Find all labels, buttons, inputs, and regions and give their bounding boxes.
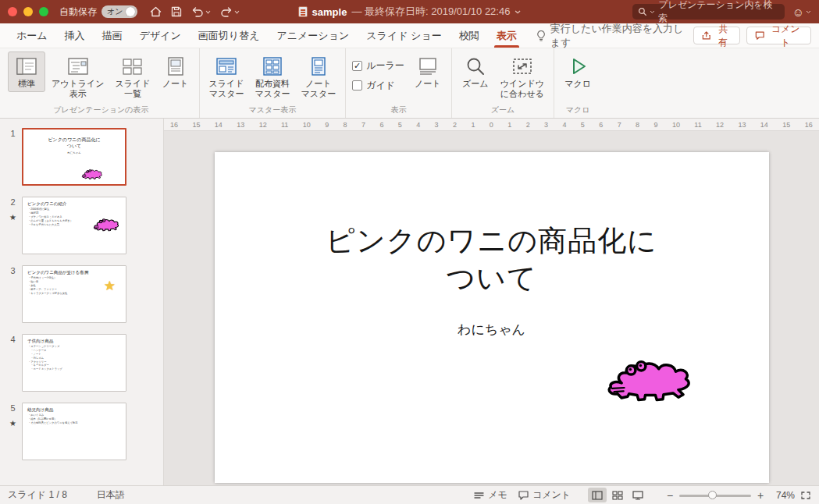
zoom-icon [464, 56, 487, 76]
ruler-checkbox[interactable]: ✓ ルーラー [352, 59, 404, 73]
document-proxy-icon[interactable] [298, 6, 308, 17]
slide-thumbnail-4[interactable]: 子供向け商品 ・ステーショナリーグッズ ・ペンケース ・ノート ・消しゴム ・ア… [22, 334, 126, 392]
powerpoint-window: 自動保存 オン sample — 最終保 [0, 0, 819, 504]
search-input[interactable]: プレゼンテーション内を検索 [632, 4, 785, 20]
comments-label: コメント [768, 23, 803, 49]
normal-view-toggle[interactable] [588, 488, 607, 502]
comments-button[interactable]: コメント [746, 27, 811, 44]
tab-draw[interactable]: 描画 [94, 23, 131, 48]
handout-master-button[interactable]: 配布資料 マスター [251, 51, 295, 101]
guides-checkbox[interactable]: ガイド [352, 79, 404, 92]
ruler-number: 11 [694, 121, 701, 129]
autosave-label: 自動保存 [59, 5, 97, 19]
minimize-button[interactable] [23, 7, 33, 16]
slide-sorter-button[interactable]: スライド 一覧 [111, 51, 155, 101]
comments-toggle[interactable]: コメント [518, 488, 571, 502]
tab-slideshow[interactable]: スライド ショー [358, 23, 450, 48]
lightbulb-icon [536, 30, 546, 42]
macro-button[interactable]: マクロ [559, 51, 596, 92]
autosave-control: 自動保存 オン [59, 5, 137, 19]
normal-view-button[interactable]: 標準 [8, 51, 45, 92]
slide-sorter-toggle[interactable] [608, 488, 627, 502]
ruler-number: 8 [636, 121, 639, 129]
slide-editor[interactable]: ピンクのワニの商品化に ついて わにちゃん [215, 152, 769, 483]
chevron-down-icon[interactable] [515, 10, 521, 14]
fit-slide-icon[interactable] [800, 491, 811, 500]
notes-page-icon [164, 56, 187, 76]
slide-thumbnail-3[interactable]: ピンクのワニ商品が受ける客層 ・子供向け（〜小学生） ・狙い目 ・女性 ・親子ペ… [22, 265, 126, 323]
tab-transitions[interactable]: 画面切り替え [190, 23, 269, 48]
slide-thumbnail-1[interactable]: ピンクのワニの商品化に ついて わにちゃん [22, 128, 126, 186]
slide-thumbnail-5[interactable]: 幼児向け商品 ・ぬいぐるみ ・絵本（読み聞かせ用） ・その他玩具にピンクのワニを… [22, 403, 126, 460]
slideshow-small-icon [632, 491, 643, 500]
thumb-bullets: ・ぬいぐるみ ・絵本（読み聞かせ用） ・その他玩具にピンクのワニを使えて販売 [28, 413, 126, 424]
outline-view-button[interactable]: アウトライン 表示 [47, 51, 109, 101]
slide-subtitle-text[interactable]: わにちゃん [215, 321, 769, 339]
tell-me-label: 実行したい作業内容を入力します [550, 22, 693, 50]
group-show: ✓ ルーラー ガイド ノート 表示 [346, 48, 452, 118]
normal-view-small-icon [592, 491, 603, 500]
ruler-number: 14 [215, 121, 223, 129]
slide-number: 2 [10, 197, 15, 207]
slide-master-button[interactable]: スライド マスター [205, 51, 249, 101]
group-zoom: ズーム ウインドウ に合わせる ズーム [452, 48, 554, 118]
ruler-number: 15 [192, 121, 200, 129]
tab-home[interactable]: ホーム [8, 23, 56, 48]
tab-animations[interactable]: アニメーション [268, 23, 358, 48]
tab-insert[interactable]: 挿入 [56, 23, 94, 48]
ruler-number: 11 [281, 121, 288, 129]
fit-to-window-button[interactable]: ウインドウ に合わせる [496, 51, 549, 101]
share-button[interactable]: 共有 [693, 27, 740, 44]
comment-bubble-icon [518, 491, 529, 500]
fullscreen-button[interactable] [39, 7, 48, 16]
slide-master-icon [215, 56, 238, 76]
notes-toggle[interactable]: メモ [474, 488, 507, 502]
fit-to-window-icon [511, 56, 534, 76]
notes-button[interactable]: ノート [409, 51, 447, 92]
undo-button[interactable] [191, 7, 211, 17]
ruler-number: 12 [716, 121, 724, 129]
ruler-number: 1 [471, 121, 475, 129]
star-marker-icon: ★ [9, 213, 16, 222]
ribbon: 標準 アウトライン 表示 スライド 一覧 ノート プレゼンテーションの表示 [0, 48, 819, 119]
zoom-button[interactable]: ズーム [457, 51, 494, 92]
ruler-number: 4 [562, 121, 566, 129]
slide-thumbnail-panel: 1 ピンクのワニの商品化に ついて わにちゃん 2 ★ ピンクのワニの紹介 [0, 119, 164, 485]
slideshow-toggle[interactable] [628, 488, 647, 502]
save-icon[interactable] [171, 6, 182, 17]
ruler-number: 5 [398, 121, 402, 129]
zoom-in-button[interactable]: + [757, 489, 764, 502]
slide-thumbnail-2[interactable]: ピンクのワニの紹介 ・2000年頃に誕生 ・絶好調 ・ブチノワに似ることがある … [22, 197, 126, 254]
ruler-number: 16 [170, 121, 178, 129]
notes-lines-icon [474, 492, 484, 499]
zoom-out-button[interactable]: − [666, 489, 674, 502]
slide-number: 1 [10, 129, 15, 138]
tab-view[interactable]: 表示 [488, 23, 525, 48]
language-indicator[interactable]: 日本語 [97, 488, 125, 502]
group-label: プレゼンテーションの表示 [8, 104, 194, 118]
slider-knob[interactable] [708, 491, 717, 499]
tab-design[interactable]: デザイン [131, 23, 190, 48]
home-icon[interactable] [150, 6, 162, 17]
redo-button[interactable] [220, 7, 240, 17]
slide-title-text[interactable]: ピンクのワニの商品化に ついて [215, 222, 769, 297]
ruler-number: 0 [490, 121, 493, 129]
autosave-toggle[interactable]: オン [101, 5, 137, 18]
ruler-number: 10 [303, 121, 311, 129]
ribbon-tab-bar: ホーム 挿入 描画 デザイン 画面切り替え アニメーション スライド ショー 校… [0, 23, 819, 48]
pink-crocodile-image[interactable] [605, 357, 700, 408]
ruler-number: 7 [618, 121, 621, 129]
thumbnail-row-5: 5 ★ 幼児向け商品 ・ぬいぐるみ ・絵本（読み聞かせ用） ・その他玩具にピンク… [0, 396, 163, 465]
zoom-percentage[interactable]: 74% [770, 490, 795, 501]
feedback-smiley-icon[interactable]: ☺ [792, 5, 811, 19]
notes-master-button[interactable]: ノート マスター [296, 51, 340, 101]
tab-review[interactable]: 校閲 [450, 23, 488, 48]
thumb-subtitle: わにちゃん [39, 151, 110, 154]
close-button[interactable] [8, 7, 17, 16]
tell-me-box[interactable]: 実行したい作業内容を入力します [536, 22, 693, 50]
thumbnail-row-2: 2 ★ ピンクのワニの紹介 ・2000年頃に誕生 ・絶好調 ・ブチノワに似ること… [0, 190, 163, 259]
chevron-down-icon [806, 10, 811, 14]
slide-canvas: ピンクのワニの商品化に ついて わにちゃん [164, 131, 819, 485]
notes-page-button[interactable]: ノート [157, 51, 194, 92]
zoom-slider[interactable] [679, 490, 751, 501]
